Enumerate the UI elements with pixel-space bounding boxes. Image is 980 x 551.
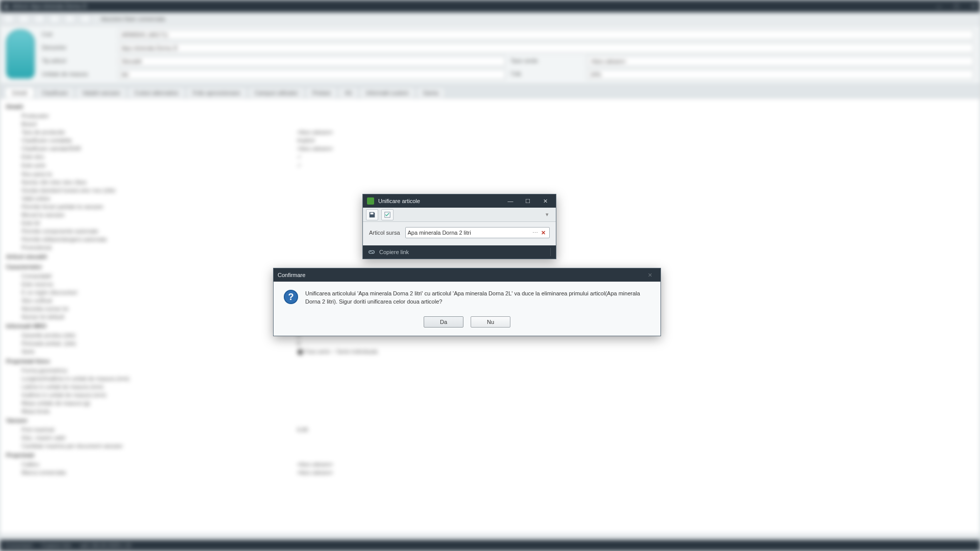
copy-link-button[interactable]: Copiere link [379,249,409,255]
close-button[interactable]: ✕ [538,196,552,206]
dialog-unificare: Unificare articole — ☐ ✕ ▾ Articol sursa… [362,194,556,259]
dialog-title-bar: Confirmare ✕ [274,268,660,282]
validate-button[interactable] [381,209,394,220]
dialog-toolbar: ▾ [363,208,556,222]
no-button[interactable]: Nu [471,316,510,328]
footer-separator [550,248,551,256]
confirm-body: ? Unificarea articolului 'Apa minerala D… [274,282,660,316]
question-icon: ? [284,290,298,304]
modal-layer: Unificare articole — ☐ ✕ ▾ Articol sursa… [0,0,980,551]
minimize-button[interactable]: — [504,196,517,206]
dialog-footer: Copiere link [363,245,556,259]
toolbar-overflow-button[interactable]: ▾ [546,211,553,218]
dialog-confirmare: Confirmare ✕ ? Unificarea articolului 'A… [273,268,661,336]
articol-sursa-input[interactable] [408,230,531,236]
save-button[interactable] [366,209,378,220]
dialog-title: Confirmare [278,272,305,278]
link-icon [368,248,375,256]
confirm-actions: Da Nu [274,316,660,336]
app-icon [367,197,374,205]
articol-sursa-label: Articol sursa [369,230,400,236]
dialog-body: Articol sursa ⋯ ✕ [363,222,556,245]
close-button[interactable]: ✕ [643,270,656,280]
maximize-button[interactable]: ☐ [521,196,534,206]
save-icon [369,211,376,218]
dialog-title-bar: Unificare articole — ☐ ✕ [363,194,556,208]
lookup-clear-button[interactable]: ✕ [539,230,547,236]
confirm-message: Unificarea articolului 'Apa minerala Dor… [305,290,650,306]
lookup-picker-button[interactable]: ⋯ [531,230,539,236]
yes-button[interactable]: Da [424,316,463,328]
dialog-title: Unificare articole [378,198,420,204]
check-icon [384,211,391,218]
articol-sursa-lookup[interactable]: ⋯ ✕ [405,227,550,238]
